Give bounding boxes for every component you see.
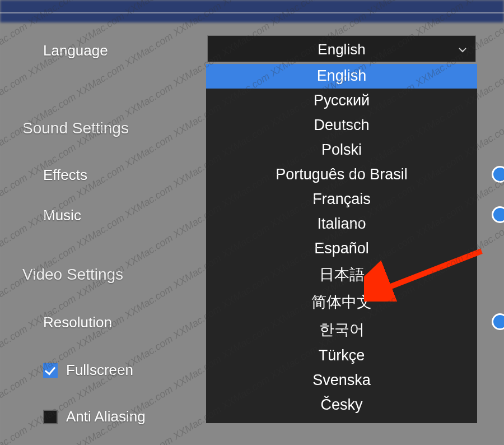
language-option[interactable]: 한국어 (206, 316, 477, 344)
effects-slider-thumb[interactable] (492, 166, 504, 183)
language-option[interactable]: Русский (206, 89, 477, 113)
language-option[interactable]: 简体中文 (206, 289, 477, 316)
language-dropdown-value: English (318, 41, 365, 58)
language-option[interactable]: Svenska (206, 368, 477, 393)
language-option[interactable]: Türkçe (206, 344, 477, 368)
music-slider-thumb[interactable] (492, 206, 504, 223)
resolution-label: Resolution (43, 314, 112, 331)
language-option[interactable]: English (206, 64, 477, 89)
language-option[interactable]: Italiano (206, 212, 477, 237)
language-option[interactable]: Português do Brasil (206, 163, 477, 187)
language-option[interactable]: Français (206, 187, 477, 212)
fullscreen-checkbox[interactable] (43, 363, 58, 378)
language-option[interactable]: 日本語 (206, 261, 477, 289)
language-option[interactable]: Español (206, 237, 477, 261)
effects-label: Effects (43, 166, 87, 184)
fullscreen-label: Fullscreen (66, 361, 133, 379)
antialias-label: Anti Aliasing (66, 408, 146, 425)
music-label: Music (43, 207, 81, 224)
language-label: Language (43, 42, 108, 59)
chevron-down-icon (459, 46, 466, 54)
section-sound-settings: Sound Settings (22, 119, 129, 137)
antialias-checkbox[interactable] (43, 410, 58, 424)
language-option[interactable]: Deutsch (206, 113, 477, 138)
language-option[interactable]: Polski (206, 138, 477, 163)
section-video-settings: Video Settings (22, 266, 123, 284)
language-dropdown[interactable]: English (207, 35, 476, 62)
language-dropdown-list[interactable]: EnglishРусскийDeutschPolskiPortuguês do … (206, 64, 477, 423)
resolution-slider-thumb[interactable] (492, 313, 504, 330)
divider-line (0, 12, 504, 13)
language-option[interactable]: Česky (206, 393, 477, 418)
